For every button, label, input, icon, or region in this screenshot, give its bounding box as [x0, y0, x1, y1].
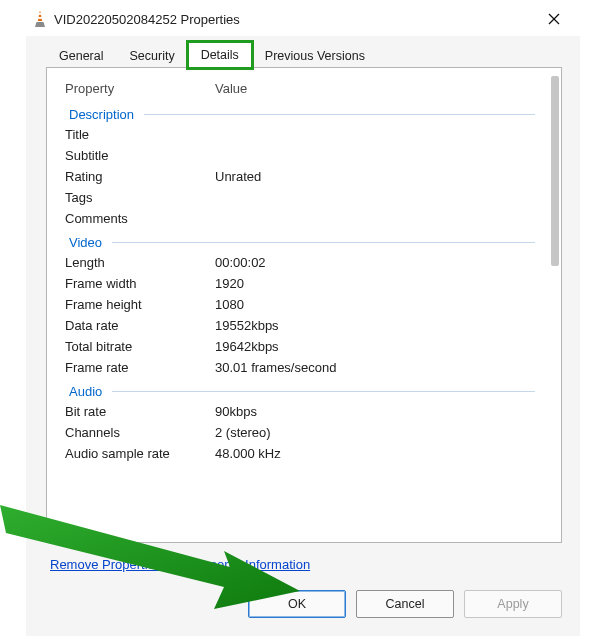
dialog-buttons: OK Cancel Apply	[46, 590, 562, 618]
tab-strip: General Security Details Previous Versio…	[46, 40, 562, 68]
ok-button[interactable]: OK	[248, 590, 346, 618]
list-item[interactable]: Tags	[57, 187, 539, 208]
vlc-icon	[32, 9, 48, 30]
list-item[interactable]: Data rate19552kbps	[57, 315, 539, 336]
list-item[interactable]: Frame rate30.01 frames/second	[57, 357, 539, 378]
list-item[interactable]: Audio sample rate48.000 kHz	[57, 443, 539, 464]
remove-properties-link[interactable]: Remove Properties and Personal Informati…	[50, 557, 310, 572]
details-grid: Property Value Description Title Subtitl…	[57, 78, 557, 532]
svg-marker-0	[38, 10, 42, 21]
tab-previous-versions[interactable]: Previous Versions	[252, 43, 378, 68]
window-title: VID20220502084252 Properties	[54, 12, 534, 27]
list-item[interactable]: Subtitle	[57, 145, 539, 166]
tab-security[interactable]: Security	[116, 43, 187, 68]
column-headers: Property Value	[57, 78, 539, 101]
list-item[interactable]: Bit rate90kbps	[57, 401, 539, 422]
section-audio: Audio	[57, 384, 539, 399]
dialog-content: General Security Details Previous Versio…	[26, 36, 580, 636]
details-panel: Property Value Description Title Subtitl…	[46, 67, 562, 543]
scrollbar-thumb[interactable]	[551, 76, 559, 266]
list-item[interactable]: Title	[57, 124, 539, 145]
list-item[interactable]: Length00:00:02	[57, 252, 539, 273]
section-video: Video	[57, 235, 539, 250]
tab-general[interactable]: General	[46, 43, 116, 68]
cancel-button[interactable]: Cancel	[356, 590, 454, 618]
section-description: Description	[57, 107, 539, 122]
list-item[interactable]: Total bitrate19642kbps	[57, 336, 539, 357]
svg-marker-3	[35, 22, 45, 27]
list-item[interactable]: Comments	[57, 208, 539, 229]
tab-details[interactable]: Details	[188, 42, 252, 68]
list-item[interactable]: Frame width1920	[57, 273, 539, 294]
list-item[interactable]: Frame height1080	[57, 294, 539, 315]
close-button[interactable]	[534, 5, 574, 33]
scrollbar[interactable]	[549, 76, 559, 276]
list-item[interactable]: RatingUnrated	[57, 166, 539, 187]
titlebar: VID20220502084252 Properties	[26, 0, 580, 36]
column-header-property[interactable]: Property	[59, 81, 215, 98]
apply-button[interactable]: Apply	[464, 590, 562, 618]
column-header-value[interactable]: Value	[215, 81, 537, 98]
svg-rect-1	[38, 13, 42, 15]
properties-dialog: VID20220502084252 Properties General Sec…	[26, 0, 580, 643]
list-item[interactable]: Channels2 (stereo)	[57, 422, 539, 443]
svg-rect-2	[38, 17, 42, 19]
